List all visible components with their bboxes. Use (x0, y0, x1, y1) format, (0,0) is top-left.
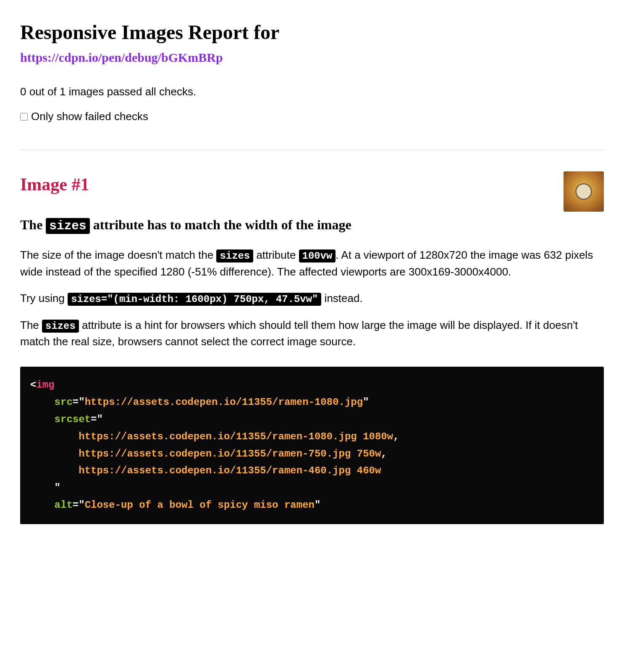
check-heading: The sizes attribute has to match the wid… (20, 215, 604, 235)
summary-text: 0 out of 1 images passed all checks. (20, 84, 604, 100)
check-suggestion: Try using sizes="(min-width: 1600px) 750… (20, 290, 604, 307)
image-heading: Image #1 (20, 171, 604, 198)
code-sizes: sizes (46, 218, 89, 234)
code-snippet: <img src="https://assets.codepen.io/1135… (20, 367, 604, 524)
code-100vw: 100vw (299, 249, 336, 262)
image-thumbnail (564, 171, 604, 212)
page-title: Responsive Images Report for (20, 20, 604, 45)
check-description-1: The size of the image doesn't match the … (20, 247, 604, 280)
filter-failed-checkbox[interactable] (20, 113, 28, 121)
code-suggested-sizes: sizes="(min-width: 1600px) 750px, 47.5vw… (68, 293, 321, 306)
divider (20, 150, 604, 150)
code-sizes-attr: sizes (216, 249, 253, 262)
filter-failed-row[interactable]: Only show failed checks (20, 108, 604, 125)
image-section-1: Image #1 The sizes attribute has to matc… (20, 171, 604, 524)
report-url-link[interactable]: https://cdpn.io/pen/debug/bGKmBRp (20, 48, 223, 67)
filter-failed-label: Only show failed checks (31, 108, 148, 125)
check-explanation: The sizes attribute is a hint for browse… (20, 317, 604, 350)
code-sizes-attr-2: sizes (42, 320, 79, 333)
